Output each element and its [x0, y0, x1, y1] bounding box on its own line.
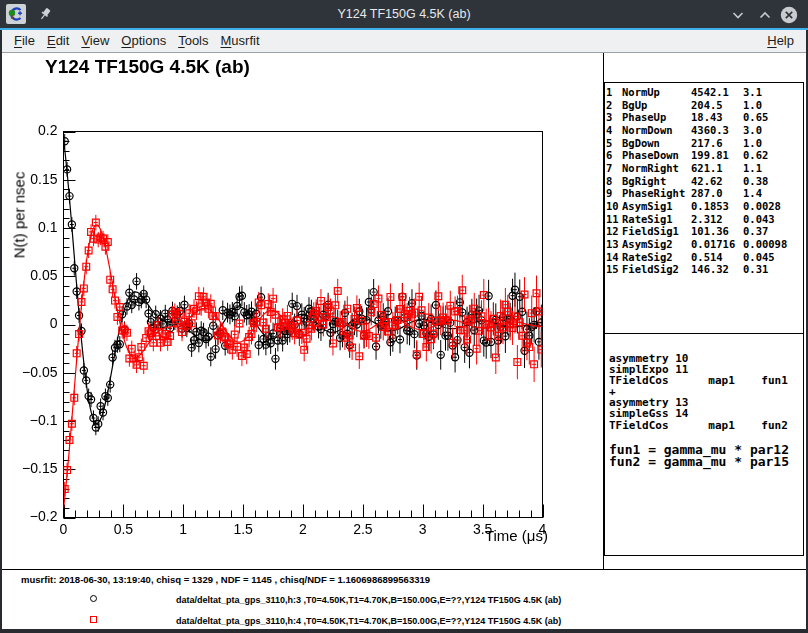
plot-title: Y124 TF150G 4.5K (ab): [45, 56, 250, 78]
param-row: 5BgDown217.61.0: [606, 137, 803, 150]
param-row: 7NormRight621.11.1: [606, 162, 803, 175]
param-row: 14RateSig20.5140.045: [606, 251, 803, 264]
plot-canvas[interactable]: [2, 53, 604, 569]
param-row: 15FieldSig2146.320.31: [606, 263, 803, 276]
close-button[interactable]: [780, 6, 798, 24]
window-title: Y124 TF150G 4.5K (ab): [0, 0, 808, 28]
param-row: 2BgUp204.51.0: [606, 99, 803, 112]
param-row: 3PhaseUp18.430.65: [606, 111, 803, 124]
legend-circle-marker-icon: [90, 595, 97, 602]
param-row: 10AsymSig10.18530.0028: [606, 200, 803, 213]
menu-tools[interactable]: Tools: [174, 30, 212, 52]
app-window: Y124 TF150G 4.5K (ab) FileEditViewOption…: [0, 0, 808, 633]
param-row: 1NormUp4542.13.1: [606, 86, 803, 99]
root-canvas-area: Y124 TF150G 4.5K (ab) N(t) per nsec Time…: [2, 53, 806, 629]
maximize-button[interactable]: [756, 6, 774, 24]
y-axis-title: N(t) per nsec: [11, 172, 28, 259]
titlebar[interactable]: Y124 TF150G 4.5K (ab): [0, 0, 808, 28]
menubar-items: FileEditViewOptionsToolsMusrfit: [2, 30, 266, 52]
param-row: 6PhaseDown199.810.62: [606, 149, 803, 162]
menubar: FileEditViewOptionsToolsMusrfit Help: [2, 30, 806, 53]
menu-options[interactable]: Options: [117, 30, 170, 52]
legend-entry-2: data/deltat_pta_gps_3110,h:4 ,T0=4.50K,T…: [176, 616, 561, 626]
x-axis-title: Time (μs): [422, 527, 548, 544]
minimize-button[interactable]: [729, 6, 747, 24]
window-frame-bottom: [0, 629, 808, 633]
fit-statistics: musrfit: 2018-06-30, 13:19:40, chisq = 1…: [21, 574, 430, 585]
menu-file[interactable]: File: [10, 30, 39, 52]
menu-edit[interactable]: Edit: [43, 30, 73, 52]
menu-help[interactable]: Help: [763, 30, 804, 52]
theory-lines: asymmetry 10 simplExpo 11 TFieldCos map1…: [609, 353, 788, 431]
menu-view[interactable]: View: [77, 30, 113, 52]
param-row: 4NormDown4360.33.0: [606, 124, 803, 137]
param-row: 8BgRight42.620.38: [606, 175, 803, 188]
function-definitions: fun1 = gamma_mu * par12 fun2 = gamma_mu …: [609, 444, 789, 469]
window-frame-left: [0, 30, 2, 633]
param-row: 13AsymSig20.017160.00098: [606, 238, 803, 251]
pad-divider-horizontal: [2, 569, 806, 570]
menu-musrfit[interactable]: Musrfit: [217, 30, 264, 52]
theory-box: asymmetry 10 simplExpo 11 TFieldCos map1…: [604, 333, 804, 556]
legend-square-marker-icon: [90, 616, 97, 623]
param-row: 9PhaseRight287.01.4: [606, 187, 803, 200]
legend-entry-1: data/deltat_pta_gps_3110,h:3 ,T0=4.50K,T…: [176, 595, 561, 605]
param-row: 11RateSig12.3120.043: [606, 213, 803, 226]
param-row: 12FieldSig1101.360.37: [606, 225, 803, 238]
fit-parameter-table: 1NormUp4542.13.12BgUp204.51.03PhaseUp18.…: [604, 82, 804, 334]
